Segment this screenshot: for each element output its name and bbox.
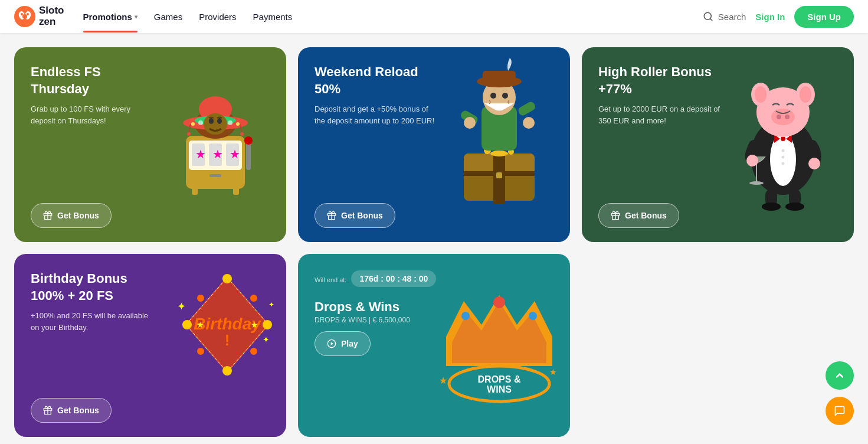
chat-icon [834,405,846,417]
svg-rect-19 [192,188,198,195]
svg-point-65 [782,162,785,165]
gift-icon [611,211,620,220]
svg-text:★: ★ [230,148,240,161]
svg-rect-20 [233,188,239,195]
svg-point-62 [781,136,785,141]
nav-providers[interactable]: Providers [199,12,236,22]
timer-row: Will end at: 176d : 00 : 48 : 00 [315,270,553,292]
svg-text:✦: ✦ [263,335,270,344]
promo-desc-weekend-reload: Deposit and get a +50% bonus of the depo… [315,103,439,196]
svg-point-28 [236,122,240,126]
svg-point-4 [21,13,23,15]
svg-rect-41 [493,154,505,204]
logo-icon [14,6,35,27]
promo-card-high-roller: High Roller Bonus +77% Get up to 2000 EU… [582,47,854,242]
svg-text:★: ★ [251,320,258,329]
character-birthday: Birthday ! ★ ★ ✦ ✦ ✦ [168,266,286,401]
svg-point-72 [777,115,781,119]
svg-marker-114 [331,342,333,345]
svg-rect-53 [517,100,536,117]
promo-card-endless-fs: Endless FS Thursday Grab up to 100 FS wi… [14,47,286,242]
svg-rect-42 [496,172,502,178]
gift-icon [43,211,53,220]
svg-text:WINS: WINS [487,384,512,394]
svg-text:!: ! [225,331,230,349]
promo-desc-drops-wins: DROPS & WINS | € 6,500,000 [315,316,553,324]
gift-icon [43,406,53,415]
nav-games[interactable]: Games [154,12,182,22]
svg-point-33 [187,132,191,136]
svg-point-76 [746,155,758,166]
logo-text: Sloto zen [39,5,64,27]
chevron-up-icon [834,370,846,381]
svg-point-27 [191,122,195,126]
svg-text:DROPS &: DROPS & [478,374,521,384]
svg-text:★: ★ [212,148,223,161]
svg-point-17 [244,136,253,145]
main-nav: Promotions ▾ Games Providers Payments [83,12,684,22]
svg-point-77 [808,158,820,169]
nav-payments[interactable]: Payments [253,12,293,22]
svg-text:★: ★ [195,148,206,161]
svg-point-3 [22,14,27,19]
svg-point-71 [771,109,795,125]
svg-point-5 [27,13,29,15]
svg-point-93 [250,348,257,355]
svg-point-81 [785,203,804,211]
promo-title-drops-wins: Drops & Wins [315,299,446,316]
promo-title-weekend-reload: Weekend Reload 50% [315,64,446,97]
svg-point-70 [800,86,811,103]
play-button-drops-wins[interactable]: Play [315,331,371,356]
character-cowboy [440,47,558,207]
empty-cell [582,254,854,437]
get-bonus-button-high-roller[interactable]: Get Bonus [598,203,679,228]
svg-point-43 [490,151,508,156]
search-icon [703,11,713,22]
sign-in-button[interactable]: Sign In [755,12,785,22]
svg-point-73 [785,115,790,119]
svg-text:✦: ✦ [268,301,274,309]
promo-grid-row1: Endless FS Thursday Grab up to 100 FS wi… [14,47,854,242]
svg-point-87 [263,320,272,329]
logo[interactable]: Sloto zen [14,5,64,27]
svg-point-105 [493,296,505,308]
get-bonus-button-birthday[interactable]: Get Bonus [31,398,112,423]
svg-point-63 [782,149,785,152]
sign-up-button[interactable]: Sign Up [794,6,854,28]
header: Sloto zen Promotions ▾ Games Providers P… [0,0,868,33]
svg-text:★: ★ [439,376,447,386]
search-button[interactable]: Search [703,11,746,22]
promo-desc-high-roller: Get up to 2000 EUR on a deposit of 350 E… [598,103,723,196]
promo-card-drops-wins: Will end at: 176d : 00 : 48 : 00 Drops &… [298,254,570,437]
gift-icon [327,211,336,220]
svg-point-86 [182,320,192,329]
svg-text:★: ★ [196,320,204,329]
svg-text:★: ★ [549,367,557,377]
promo-title-birthday: Birthday Bonus 100% + 20 FS [31,270,162,304]
scroll-to-top-button[interactable] [826,361,854,390]
svg-point-51 [502,93,508,99]
svg-point-91 [250,295,257,302]
get-bonus-button-weekend-reload[interactable]: Get Bonus [315,203,395,228]
svg-point-55 [523,117,535,129]
svg-rect-16 [246,141,251,170]
promo-grid-row2: Birthday Bonus 100% + 20 FS +100% and 20… [14,254,854,437]
promo-card-birthday: Birthday Bonus 100% + 20 FS +100% and 20… [14,254,286,437]
character-drops-wins: DROPS & WINS ★ ★ [428,289,570,407]
character-pig [712,47,854,207]
play-icon [327,339,336,348]
get-bonus-button-endless-fs[interactable]: Get Bonus [31,203,112,228]
fab-buttons [826,361,854,425]
svg-point-31 [217,118,222,124]
timer-value: 176d : 00 : 48 : 00 [351,270,436,287]
timer-label: Will end at: [315,276,346,283]
svg-point-26 [228,120,232,125]
promo-title-high-roller: High Roller Bonus +77% [598,64,730,97]
promo-desc-endless-fs: Grab up to 100 FS with every deposit on … [31,103,155,196]
svg-point-54 [464,117,476,129]
promo-card-weekend-reload: Weekend Reload 50% Deposit and get a +50… [298,47,570,242]
nav-promotions[interactable]: Promotions ▾ [83,12,137,22]
character-sombrero: ★ ★ ★ [150,53,280,207]
chat-button[interactable] [826,397,854,425]
svg-point-88 [222,274,232,283]
